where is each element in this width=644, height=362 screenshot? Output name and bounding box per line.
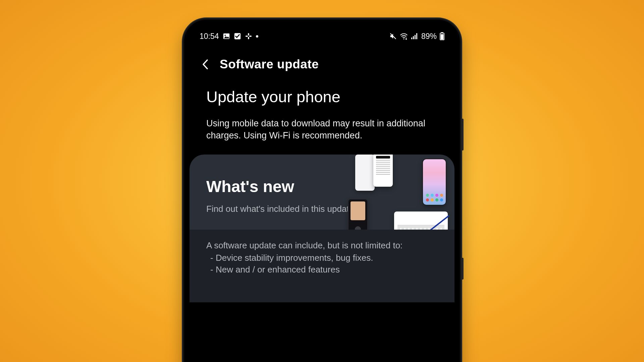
status-bar-left: 10:54 [200,32,258,41]
svg-rect-11 [415,35,416,39]
svg-point-1 [224,35,226,36]
phone-frame: 10:54 [183,18,461,362]
wifi-icon [400,33,408,40]
image-icon [223,33,230,40]
page-body: Update your phone Using mobile data to d… [190,79,454,302]
whats-new-subtitle: Find out what's included in this update. [206,204,438,214]
checkbox-icon [234,33,241,40]
slack-icon [245,33,252,40]
svg-point-8 [403,38,404,39]
battery-icon [440,32,444,40]
back-button[interactable] [200,59,211,70]
physical-side-button [461,258,464,280]
chevron-left-icon [202,59,209,70]
svg-rect-4 [248,37,249,39]
update-details: A software update can include, but is no… [190,230,454,302]
main-subtext: Using mobile data to download may result… [206,117,438,142]
svg-rect-9 [411,38,412,39]
status-bar: 10:54 [190,25,454,44]
svg-rect-10 [413,36,414,39]
page-header: Software update [190,44,454,79]
status-bar-right: 89% [389,32,444,41]
signal-icon [411,33,418,40]
notification-dot-icon [256,35,258,38]
mute-icon [389,33,397,40]
battery-percent: 89% [421,32,437,41]
svg-rect-12 [416,33,417,39]
details-item: - Device stability improvements, bug fix… [206,252,438,264]
svg-rect-6 [249,36,251,37]
page-title: Software update [220,57,319,71]
svg-rect-3 [248,33,249,36]
whats-new-card[interactable]: What's new Find out what's included in t… [190,155,454,230]
physical-side-button [461,119,464,150]
screen: 10:54 [190,25,454,362]
details-lead: A software update can include, but is no… [206,240,438,251]
whats-new-title: What's new [206,177,438,196]
main-heading: Update your phone [206,87,438,106]
details-item: - New and / or enhanced features [206,264,438,276]
svg-rect-15 [441,34,443,40]
svg-rect-5 [245,36,248,37]
status-time: 10:54 [200,32,219,41]
